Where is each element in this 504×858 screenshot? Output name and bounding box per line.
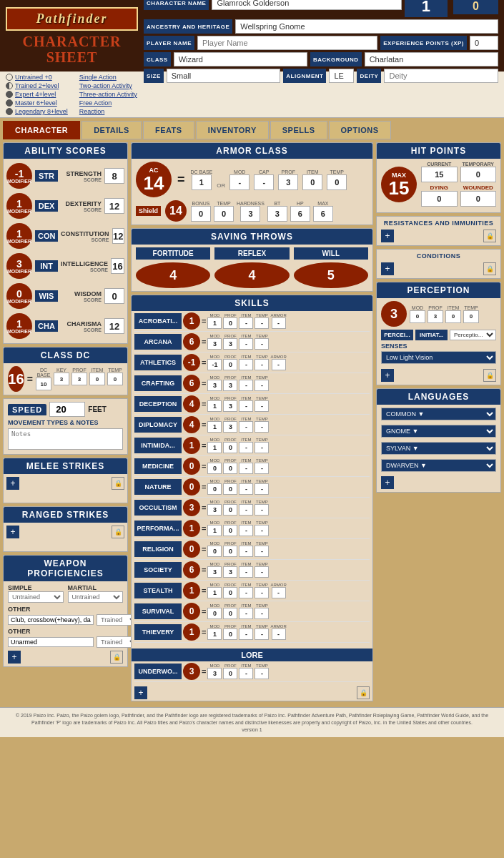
ac-fields: DC BASE 1 OR MOD - CAP - P	[191, 169, 368, 190]
will-button[interactable]: WILL	[294, 247, 368, 260]
skill-btn-5[interactable]: DIPLOMACY	[134, 417, 182, 433]
size-input[interactable]	[167, 69, 281, 83]
ancestry-input[interactable]	[235, 19, 498, 34]
skill-btn-13[interactable]: STEALTH	[134, 583, 182, 598]
language-select-0[interactable]: COMMON ▼	[381, 408, 496, 420]
two-action-link[interactable]: Two-action Activity	[79, 82, 137, 89]
skill-btn-4[interactable]: DECEPTION	[134, 396, 182, 412]
ac-item-val[interactable]: 0	[302, 174, 322, 190]
wp-martial-select[interactable]: UntrainedTrainedExpert	[68, 591, 124, 603]
lock-melee-button[interactable]: 🔒	[112, 477, 124, 490]
senses-select[interactable]: Low Light Vision	[381, 351, 496, 364]
percei-tab[interactable]: PERCEI...	[381, 330, 413, 340]
xp-input[interactable]	[470, 36, 498, 50]
skill-btn-11[interactable]: RELIGION	[134, 541, 182, 557]
skill-btn-12[interactable]: SOCIETY	[134, 562, 182, 578]
character-name-input[interactable]	[212, 0, 401, 10]
tab-spells[interactable]: SPELLS	[270, 121, 327, 139]
dex-score[interactable]: 12	[104, 198, 124, 214]
dc-key-val[interactable]: 3	[54, 373, 69, 385]
lock-resistance-button[interactable]: 🔒	[483, 230, 496, 242]
skill-eq-7: =	[202, 462, 206, 470]
add-resistance-button[interactable]: +	[381, 230, 394, 242]
background-input[interactable]	[365, 52, 498, 66]
add-sense-button[interactable]: +	[381, 369, 394, 382]
tab-inventory[interactable]: INVENTORY	[196, 121, 269, 139]
cha-score[interactable]: 12	[104, 318, 124, 334]
skill-btn-9[interactable]: OCCULTISM	[134, 500, 182, 516]
ac-mod-val[interactable]: -	[229, 174, 249, 190]
alignment-input[interactable]	[329, 69, 354, 83]
hp-dying-val[interactable]: 0	[421, 191, 458, 207]
skill-btn-6[interactable]: INTIMIDA...	[134, 438, 182, 453]
xp-label: EXPERIENCE POINTS (XP)	[380, 36, 467, 50]
language-select-2[interactable]: SYLVAN ▼	[381, 442, 496, 455]
language-select-3[interactable]: DWARVEN ▼	[381, 459, 496, 472]
prof-trained-label[interactable]: Trained 2+level	[15, 82, 59, 89]
wp-simple-select[interactable]: UntrainedTrainedExpert	[8, 591, 64, 603]
skill-btn-0[interactable]: ACROBATI...	[134, 313, 182, 329]
skill-btn-10[interactable]: PERFORMA...	[134, 521, 182, 536]
prof-legendary-label[interactable]: Legendary 8+level	[15, 108, 68, 115]
reflex-button[interactable]: REFLEX	[214, 247, 289, 260]
wp-other1-input[interactable]	[8, 615, 94, 625]
class-input[interactable]	[174, 52, 307, 66]
prof-expert-label[interactable]: Expert 4+level	[15, 91, 56, 98]
lore-btn-0[interactable]: UNDERWO...	[134, 664, 182, 679]
skill-btn-2[interactable]: ATHLETICS	[134, 355, 182, 370]
str-score[interactable]: 8	[104, 168, 124, 184]
skill-btn-8[interactable]: NATURE	[134, 479, 182, 495]
ac-cap-val[interactable]: -	[254, 174, 274, 190]
tab-details[interactable]: DETAILS	[81, 121, 142, 139]
initiat-tab[interactable]: INITIAT...	[415, 330, 448, 340]
tab-character[interactable]: CHARACTER	[3, 121, 80, 139]
lock-weapon-prof-button[interactable]: 🔒	[110, 651, 123, 664]
deity-input[interactable]	[384, 69, 498, 83]
skill-btn-1[interactable]: ARCANA	[134, 334, 182, 350]
perc-select[interactable]: Perceptio...	[450, 330, 496, 340]
prof-master-label[interactable]: Master 6+level	[15, 99, 57, 107]
add-lore-button[interactable]: +	[134, 686, 147, 699]
dc-base-val[interactable]: 10	[36, 378, 51, 390]
add-ranged-button[interactable]: +	[6, 526, 19, 538]
skill-btn-15[interactable]: THIEVERY	[134, 624, 182, 640]
ac-temp-val[interactable]: 0	[327, 174, 347, 190]
speed-input[interactable]	[49, 402, 85, 417]
tab-options[interactable]: OPTIONS	[329, 121, 391, 139]
tab-feats[interactable]: FEATS	[143, 121, 194, 139]
dc-item-val[interactable]: 0	[89, 373, 105, 385]
hp-wounded-val[interactable]: 0	[460, 191, 497, 207]
wp-other2-input[interactable]	[8, 637, 94, 647]
single-action-link[interactable]: Single Action	[79, 74, 137, 81]
ac-prof-val[interactable]: 3	[278, 174, 298, 190]
dc-temp-val[interactable]: 0	[107, 373, 123, 385]
prof-untrained-label[interactable]: Untrained +0	[15, 74, 52, 81]
ac-temp-label: TEMP	[330, 169, 344, 174]
add-language-button[interactable]: +	[381, 476, 394, 489]
free-action-link[interactable]: Free Action	[79, 99, 137, 107]
speed-notes-input[interactable]	[8, 428, 123, 450]
lock-sense-button[interactable]: 🔒	[483, 369, 496, 382]
shield-hp-field: HP 6	[290, 201, 310, 222]
dc-prof-val[interactable]: 3	[71, 373, 87, 385]
skill-btn-3[interactable]: CRAFTING	[134, 375, 182, 391]
language-select-1[interactable]: GNOME ▼	[381, 425, 496, 438]
lock-ranged-button[interactable]: 🔒	[112, 526, 124, 538]
lock-lore-button[interactable]: 🔒	[357, 686, 370, 699]
three-action-link[interactable]: Three-action Activity	[79, 91, 137, 98]
hp-temp-val[interactable]: 0	[460, 167, 497, 182]
skill-btn-14[interactable]: SURVIVAL	[134, 603, 182, 619]
ac-dc-base-val[interactable]: 1	[192, 174, 212, 190]
int-score[interactable]: 16	[111, 258, 124, 274]
fortitude-button[interactable]: FORTITUDE	[136, 247, 210, 260]
hp-current-val[interactable]: 15	[421, 167, 458, 182]
reaction-link[interactable]: Reaction	[79, 108, 137, 115]
add-condition-button[interactable]: +	[381, 262, 394, 275]
wis-score[interactable]: 0	[104, 288, 124, 304]
con-score[interactable]: 12	[112, 228, 125, 244]
skill-btn-7[interactable]: MEDICINE	[134, 458, 182, 474]
player-name-input[interactable]	[197, 36, 377, 50]
lock-condition-button[interactable]: 🔒	[483, 262, 496, 275]
add-weapon-prof-button[interactable]: +	[8, 651, 21, 664]
add-melee-button[interactable]: +	[6, 477, 19, 490]
